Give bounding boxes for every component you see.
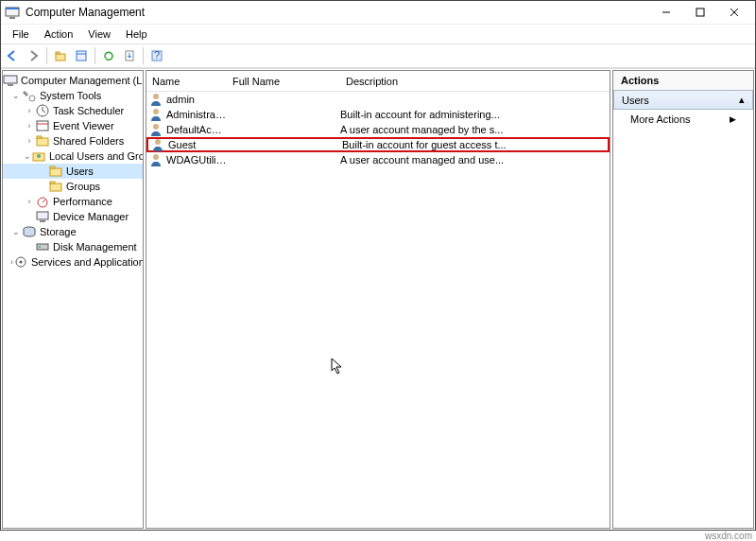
separator	[143, 47, 144, 64]
svg-point-35	[20, 261, 23, 264]
separator	[46, 47, 47, 64]
user-icon	[148, 92, 163, 107]
list-pane[interactable]: Name Full Name Description admin Adminis…	[146, 70, 610, 529]
minimize-button[interactable]	[649, 3, 683, 22]
tree-system-tools[interactable]: ⌄ System Tools	[3, 88, 143, 103]
forward-button[interactable]	[24, 46, 43, 65]
menu-view[interactable]: View	[80, 26, 118, 42]
tree-shared-folders[interactable]: › Shared Folders	[3, 133, 143, 148]
performance-icon	[35, 194, 50, 209]
refresh-button[interactable]	[99, 46, 118, 65]
svg-rect-9	[77, 51, 86, 61]
computer-management-window: Computer Management File Action View Hel…	[0, 0, 756, 531]
expand-icon[interactable]: ›	[24, 106, 35, 115]
user-icon	[148, 122, 163, 137]
tree-device-manager[interactable]: Device Manager	[3, 209, 143, 224]
user-row-admin[interactable]: admin	[146, 92, 610, 107]
svg-rect-7	[56, 54, 65, 61]
svg-rect-8	[56, 52, 60, 54]
list-body: admin Administrator Built-in account for…	[146, 92, 610, 167]
svg-point-16	[29, 96, 35, 101]
device-manager-icon	[35, 209, 50, 224]
svg-rect-21	[37, 136, 42, 138]
properties-button[interactable]	[72, 46, 91, 65]
menu-file[interactable]: File	[5, 26, 37, 42]
list-header: Name Full Name Description	[146, 71, 610, 92]
shared-folder-icon	[35, 133, 50, 148]
svg-rect-32	[37, 244, 48, 250]
svg-rect-29	[37, 212, 48, 219]
col-description[interactable]: Description	[340, 76, 610, 87]
tree-local-users-groups[interactable]: ⌄ Local Users and Groups	[3, 148, 143, 164]
expand-icon[interactable]: ›	[24, 136, 35, 146]
svg-point-40	[153, 154, 159, 160]
up-button[interactable]	[51, 46, 70, 65]
user-row-wdagutility[interactable]: WDAGUtility... A user account managed an…	[146, 152, 610, 167]
svg-rect-20	[37, 138, 48, 146]
actions-more[interactable]: More Actions ▶	[613, 110, 753, 129]
svg-rect-2	[9, 17, 15, 19]
tree-groups[interactable]: Groups	[3, 179, 143, 194]
menu-help[interactable]: Help	[118, 26, 155, 42]
svg-rect-30	[40, 220, 45, 222]
tree-users[interactable]: Users	[3, 164, 143, 179]
maximize-button[interactable]	[683, 3, 717, 22]
export-button[interactable]	[120, 46, 139, 65]
close-button[interactable]	[717, 3, 751, 22]
col-full-name[interactable]: Full Name	[227, 76, 340, 87]
svg-rect-25	[50, 166, 55, 168]
tree-performance[interactable]: › Performance	[3, 194, 143, 209]
tree-task-scheduler[interactable]: › Task Scheduler	[3, 103, 143, 118]
scheduler-icon	[35, 103, 50, 118]
user-row-administrator[interactable]: Administrator Built-in account for admin…	[146, 107, 610, 122]
svg-rect-24	[50, 168, 61, 176]
footer-watermark: wsxdn.com	[705, 531, 752, 541]
tree-storage[interactable]: ⌄ Storage	[3, 224, 143, 239]
tree-disk-management[interactable]: Disk Management	[3, 239, 143, 254]
window-title: Computer Management	[26, 6, 649, 19]
svg-rect-26	[50, 183, 61, 191]
tree-services-apps[interactable]: › Services and Applications	[3, 254, 143, 270]
user-icon	[150, 137, 165, 152]
users-groups-icon	[31, 148, 46, 164]
svg-rect-27	[50, 182, 55, 183]
expand-icon[interactable]: ›	[24, 121, 35, 131]
titlebar: Computer Management	[1, 1, 755, 25]
svg-point-23	[37, 154, 41, 158]
collapse-icon[interactable]: ⌄	[10, 91, 22, 100]
tools-icon	[22, 88, 37, 103]
svg-rect-1	[6, 8, 19, 9]
svg-text:?: ?	[154, 49, 160, 61]
actions-section[interactable]: Users ▴	[613, 90, 753, 110]
storage-icon	[22, 224, 37, 239]
user-row-defaultaccount[interactable]: DefaultAcco... A user account managed by…	[146, 122, 610, 137]
user-row-guest[interactable]: Guest Built-in account for guest access …	[146, 137, 610, 152]
svg-rect-18	[37, 121, 48, 131]
computer-icon	[3, 73, 18, 88]
help-button[interactable]: ?	[147, 46, 166, 65]
col-name[interactable]: Name	[146, 76, 227, 87]
collapse-icon: ▴	[739, 94, 745, 106]
folder-icon	[48, 164, 63, 179]
svg-point-33	[39, 246, 41, 248]
disk-icon	[35, 239, 50, 254]
svg-rect-4	[696, 9, 704, 16]
collapse-icon[interactable]: ⌄	[24, 151, 31, 161]
svg-point-36	[153, 94, 159, 99]
svg-point-37	[153, 109, 159, 114]
app-icon	[5, 5, 20, 20]
folder-icon	[48, 179, 63, 194]
menubar: File Action View Help	[1, 25, 755, 44]
chevron-right-icon: ▶	[730, 114, 736, 124]
actions-pane: Actions Users ▴ More Actions ▶	[612, 70, 754, 529]
user-icon	[148, 152, 163, 167]
back-button[interactable]	[3, 46, 22, 65]
toolbar: ?	[1, 44, 755, 68]
tree-event-viewer[interactable]: › Event Viewer	[3, 118, 143, 133]
tree-root[interactable]: Computer Management (Local	[3, 73, 143, 88]
svg-rect-15	[8, 84, 13, 86]
collapse-icon[interactable]: ⌄	[10, 227, 22, 236]
menu-action[interactable]: Action	[37, 26, 81, 42]
tree-pane[interactable]: Computer Management (Local ⌄ System Tool…	[2, 70, 144, 529]
expand-icon[interactable]: ›	[24, 197, 35, 206]
